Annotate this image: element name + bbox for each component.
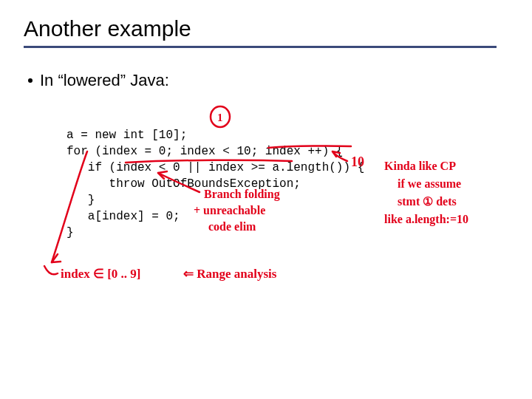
annot-cp-2: if we assume <box>398 177 461 190</box>
code-line: } <box>66 194 95 207</box>
title-underline <box>24 46 497 48</box>
annot-cp-4: like a.length:=10 <box>384 213 468 226</box>
annot-index-range: index ∈ [0 .. 9] <box>61 267 141 281</box>
annot-cp-1: Kinda like CP <box>384 160 456 172</box>
code-line: throw OutOfBoundsException; <box>66 177 301 191</box>
annot-cp-3: stmt ① dets <box>398 195 457 208</box>
code-line: a[index] = 0; <box>66 210 180 223</box>
code-line: for (index = 0; index < 10; index ++) { <box>66 145 343 158</box>
code-line: a = new int [10]; <box>66 129 187 142</box>
bullet-row: In “lowered” Java: <box>28 71 169 90</box>
bullet-text: In “lowered” Java: <box>40 71 169 90</box>
code-line: if (index < 0 || index >= a.length()) { <box>66 161 364 174</box>
bullet-dot <box>28 78 33 83</box>
slide-title: Another example <box>24 16 191 41</box>
annot-range-analysis: ⇐ Range analysis <box>183 267 277 281</box>
slide: Another example In “lowered” Java: a = n… <box>0 0 532 399</box>
code-block: a = new int [10]; for (index = 0; index … <box>66 111 364 257</box>
code-line: } <box>66 226 74 239</box>
